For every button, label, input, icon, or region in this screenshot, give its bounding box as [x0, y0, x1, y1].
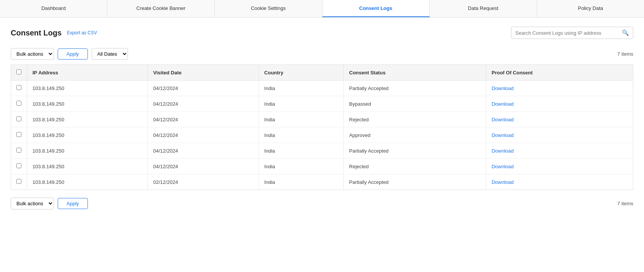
row-visited-date: 04/12/2024: [148, 112, 259, 127]
header-consent-status: Consent Status: [344, 65, 486, 80]
row-visited-date: 04/12/2024: [148, 127, 259, 143]
select-all-checkbox[interactable]: [16, 69, 21, 74]
row-proof-of-consent: Download: [486, 159, 633, 174]
row-checkbox-1[interactable]: [16, 101, 21, 106]
table-row: 103.8.149.250 04/12/2024 India Rejected …: [11, 159, 633, 174]
download-link-0[interactable]: Download: [492, 85, 514, 91]
export-csv-link[interactable]: Export as CSV: [67, 30, 97, 35]
row-checkbox-4[interactable]: [16, 148, 21, 153]
row-consent-status: Bypassed: [344, 96, 486, 112]
bulk-actions-select-bottom[interactable]: Bulk actions: [11, 198, 54, 209]
table-row: 103.8.149.250 04/12/2024 India Approved …: [11, 127, 633, 143]
top-navigation: Dashboard Create Cookie Banner Cookie Se…: [0, 0, 644, 18]
row-checkbox-cell: [11, 96, 27, 112]
search-box: 🔍: [511, 27, 633, 39]
table-row: 103.8.149.250 02/12/2024 India Partially…: [11, 174, 633, 190]
row-proof-of-consent: Download: [486, 174, 633, 190]
items-count-top: 7 items: [617, 51, 633, 57]
search-icon: 🔍: [622, 29, 629, 36]
download-link-4[interactable]: Download: [492, 148, 514, 154]
table-row: 103.8.149.250 04/12/2024 India Bypassed …: [11, 96, 633, 112]
table-row: 103.8.149.250 04/12/2024 India Partially…: [11, 143, 633, 159]
row-checkbox-3[interactable]: [16, 132, 21, 137]
row-checkbox-cell: [11, 112, 27, 127]
row-ip-address: 103.8.149.250: [27, 127, 148, 143]
dates-select[interactable]: All Dates: [92, 48, 128, 60]
row-country: India: [259, 96, 343, 112]
table-header-row: IP Address Visited Date Country Consent …: [11, 65, 633, 80]
row-checkbox-cell: [11, 80, 27, 96]
row-checkbox-cell: [11, 174, 27, 190]
row-consent-status: Approved: [344, 127, 486, 143]
items-count-bottom: 7 items: [617, 201, 633, 206]
row-ip-address: 103.8.149.250: [27, 159, 148, 174]
page-content: Consent Logs Export as CSV 🔍 Bulk action…: [0, 18, 644, 219]
row-consent-status: Partially Accepted: [344, 174, 486, 190]
header-proof-of-consent: Proof Of Consent: [486, 65, 633, 80]
tab-create-cookie-banner[interactable]: Create Cookie Banner: [107, 0, 215, 17]
table-row: 103.8.149.250 04/12/2024 India Rejected …: [11, 112, 633, 127]
apply-button-bottom[interactable]: Apply: [58, 198, 88, 209]
row-checkbox-cell: [11, 143, 27, 159]
row-checkbox-5[interactable]: [16, 163, 21, 168]
row-consent-status: Rejected: [344, 112, 486, 127]
row-checkbox-0[interactable]: [16, 85, 21, 90]
header-visited-date: Visited Date: [148, 65, 259, 80]
row-proof-of-consent: Download: [486, 143, 633, 159]
page-title: Consent Logs: [11, 29, 61, 37]
row-country: India: [259, 159, 343, 174]
bulk-actions-select[interactable]: Bulk actions: [11, 48, 54, 60]
row-checkbox-cell: [11, 159, 27, 174]
row-ip-address: 103.8.149.250: [27, 112, 148, 127]
row-checkbox-2[interactable]: [16, 116, 21, 121]
row-ip-address: 103.8.149.250: [27, 80, 148, 96]
row-visited-date: 04/12/2024: [148, 159, 259, 174]
row-consent-status: Partially Accepted: [344, 80, 486, 96]
tab-dashboard[interactable]: Dashboard: [0, 0, 107, 17]
header-ip-address: IP Address: [27, 65, 148, 80]
apply-button-top[interactable]: Apply: [58, 48, 88, 60]
row-country: India: [259, 80, 343, 96]
page-header-left: Consent Logs Export as CSV: [11, 29, 97, 37]
header-country: Country: [259, 65, 343, 80]
tab-consent-logs[interactable]: Consent Logs: [322, 0, 430, 17]
row-ip-address: 103.8.149.250: [27, 143, 148, 159]
search-input[interactable]: [515, 30, 619, 36]
row-country: India: [259, 127, 343, 143]
row-country: India: [259, 143, 343, 159]
header-checkbox-col: [11, 65, 27, 80]
download-link-6[interactable]: Download: [492, 179, 514, 185]
row-country: India: [259, 112, 343, 127]
row-visited-date: 04/12/2024: [148, 80, 259, 96]
tab-cookie-settings[interactable]: Cookie Settings: [215, 0, 322, 17]
row-proof-of-consent: Download: [486, 96, 633, 112]
row-proof-of-consent: Download: [486, 127, 633, 143]
tab-policy-data[interactable]: Policy Data: [537, 0, 644, 17]
row-proof-of-consent: Download: [486, 80, 633, 96]
top-toolbar: Bulk actions Apply All Dates 7 items: [11, 48, 633, 60]
row-checkbox-cell: [11, 127, 27, 143]
row-visited-date: 04/12/2024: [148, 96, 259, 112]
download-link-5[interactable]: Download: [492, 164, 514, 169]
consent-logs-table: IP Address Visited Date Country Consent …: [11, 64, 633, 190]
download-link-2[interactable]: Download: [492, 117, 514, 122]
tab-data-request[interactable]: Data Request: [430, 0, 537, 17]
page-header: Consent Logs Export as CSV 🔍: [11, 27, 633, 39]
row-country: India: [259, 174, 343, 190]
row-visited-date: 04/12/2024: [148, 143, 259, 159]
row-visited-date: 02/12/2024: [148, 174, 259, 190]
row-consent-status: Rejected: [344, 159, 486, 174]
table-row: 103.8.149.250 04/12/2024 India Partially…: [11, 80, 633, 96]
row-ip-address: 103.8.149.250: [27, 174, 148, 190]
download-link-3[interactable]: Download: [492, 132, 514, 138]
row-checkbox-6[interactable]: [16, 179, 21, 184]
row-consent-status: Partially Accepted: [344, 143, 486, 159]
download-link-1[interactable]: Download: [492, 101, 514, 107]
bottom-toolbar: Bulk actions Apply 7 items: [11, 198, 633, 209]
row-ip-address: 103.8.149.250: [27, 96, 148, 112]
row-proof-of-consent: Download: [486, 112, 633, 127]
